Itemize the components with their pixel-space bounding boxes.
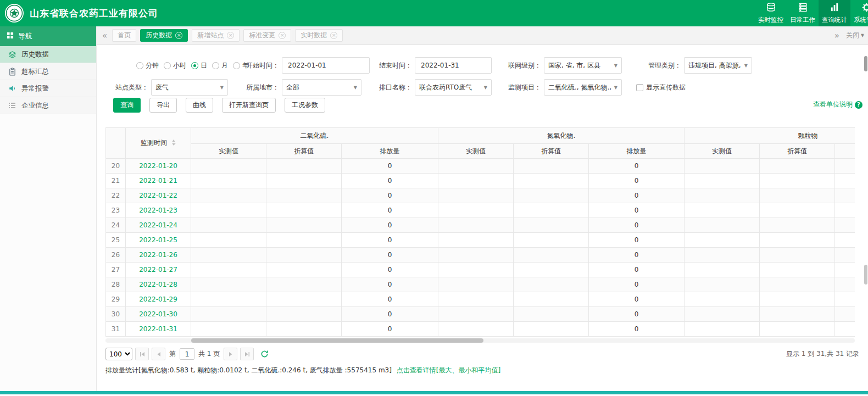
prev-page-button[interactable]	[152, 348, 165, 360]
alarm-speaker-icon	[8, 85, 16, 92]
pm-converted-cell	[760, 174, 835, 188]
start-time-input[interactable]	[282, 57, 370, 74]
vertical-scrollbar-thumb[interactable]	[864, 56, 867, 71]
row-number: 20	[106, 159, 126, 174]
period-radio-hour[interactable]: 小时	[164, 61, 186, 70]
tab-realtime-data[interactable]: 实时数据 ×	[295, 29, 343, 42]
query-button[interactable]: 查询	[113, 98, 141, 113]
open-new-query-button[interactable]: 打开新查询页	[222, 98, 276, 113]
so2-converted-cell	[266, 307, 342, 322]
pm-measured-cell	[685, 203, 760, 218]
sidebar-item-abnormal-alarm[interactable]: 异常报警	[0, 80, 96, 97]
vertical-scrollbar-thumb[interactable]	[864, 265, 867, 285]
so2-converted-cell	[266, 263, 342, 277]
stats-detail-link[interactable]: 点击查看详情[最大、最小和平均值]	[397, 366, 500, 374]
so2-emission-cell: 0	[342, 159, 438, 174]
outlet-name-select[interactable]: 联合农药RTO废气 ▼	[415, 79, 492, 96]
topnav-item-realtime-monitor[interactable]: 实时监控	[755, 0, 787, 26]
group-header-nox: 氮氧化物.	[438, 128, 685, 144]
radio-icon	[164, 62, 171, 69]
action-buttons: 查询 导出 曲线 打开新查询页 工况参数	[113, 98, 325, 113]
pm-converted-cell	[760, 203, 835, 218]
unit-help-link[interactable]: 查看单位说明 ?	[813, 100, 863, 109]
row-number-column-header	[106, 128, 126, 159]
last-page-button[interactable]	[240, 348, 254, 360]
refresh-button[interactable]	[258, 348, 271, 360]
close-tab-icon[interactable]: ×	[330, 32, 337, 39]
curve-button[interactable]: 曲线	[186, 98, 213, 113]
horizontal-scrollbar-thumb[interactable]	[191, 338, 483, 343]
nox-emission-cell: 0	[589, 159, 685, 174]
pm-converted-cell	[760, 159, 835, 174]
tab-new-site[interactable]: 新增站点 ×	[192, 29, 240, 42]
first-page-button[interactable]	[135, 348, 149, 360]
pm-converted-cell	[760, 233, 835, 248]
close-tab-icon[interactable]: ×	[175, 32, 182, 39]
time-column-header[interactable]: 监测时间	[126, 128, 191, 159]
sidebar-item-enterprise-info[interactable]: 企业信息	[0, 97, 96, 114]
monitor-date-link[interactable]: 2022-01-28	[126, 277, 191, 292]
horizontal-scrollbar[interactable]	[105, 338, 855, 343]
network-level-select[interactable]: 国家, 省, 市, 区县 ▼	[544, 57, 622, 74]
group-header-pm: 颗粒物	[685, 128, 855, 144]
close-tab-icon[interactable]: ×	[227, 32, 234, 39]
site-type-select[interactable]: 废气 ▼	[151, 79, 228, 96]
monitor-date-link[interactable]: 2022-01-29	[126, 292, 191, 307]
pm-measured-cell	[685, 233, 760, 248]
management-type-select[interactable]: 违规项目, 高架源, 重点排 ▼	[684, 57, 752, 74]
monitor-date-link[interactable]: 2022-01-22	[126, 188, 191, 203]
tab-history-data[interactable]: 历史数据 ×	[140, 29, 188, 42]
monitor-date-link[interactable]: 2022-01-21	[126, 174, 191, 188]
monitor-items-field: 监测项目： 二氧化硫., 氮氧化物., 颗粒 ▼	[508, 79, 622, 96]
monitor-date-link[interactable]: 2022-01-23	[126, 203, 191, 218]
monitor-date-link[interactable]: 2022-01-25	[126, 233, 191, 248]
page-number-input[interactable]	[180, 348, 194, 360]
monitor-items-select[interactable]: 二氧化硫., 氮氧化物., 颗粒 ▼	[544, 79, 622, 96]
city-select[interactable]: 全部 ▼	[282, 79, 361, 96]
period-radio-month[interactable]: 月	[212, 61, 228, 70]
so2-converted-cell	[266, 188, 342, 203]
monitor-date-link[interactable]: 2022-01-24	[126, 218, 191, 233]
nox-converted-cell	[514, 292, 589, 307]
monitor-date-link[interactable]: 2022-01-20	[126, 159, 191, 174]
chevron-down-icon: ▼	[614, 85, 617, 90]
so2-emission-cell: 0	[342, 248, 438, 263]
tabs-scroll-right-icon[interactable]: »	[833, 31, 841, 41]
tab-standard-change[interactable]: 标准变更 ×	[243, 29, 291, 42]
period-radio-day[interactable]: 日	[191, 61, 207, 70]
end-time-input[interactable]	[415, 57, 492, 74]
topnav-item-query-stats[interactable]: 查询统计	[819, 0, 850, 26]
monitor-date-link[interactable]: 2022-01-31	[126, 322, 191, 337]
records-summary: 显示 1 到 31,共 31 记录	[786, 349, 859, 359]
export-button[interactable]: 导出	[149, 98, 177, 113]
sort-icon[interactable]	[171, 140, 176, 146]
sidebar-item-history-data[interactable]: 历史数据	[0, 46, 96, 63]
monitor-date-link[interactable]: 2022-01-27	[126, 263, 191, 277]
close-tabs-menu[interactable]: 关闭 ▼	[846, 31, 864, 40]
next-page-button[interactable]	[224, 348, 237, 360]
monitor-date-link[interactable]: 2022-01-30	[126, 307, 191, 322]
prev-page-icon	[156, 352, 162, 357]
tabs-scroll-left-icon[interactable]: «	[101, 31, 108, 41]
so2-emission-cell: 0	[342, 233, 438, 248]
monitor-date-link[interactable]: 2022-01-26	[126, 248, 191, 263]
page-size-select[interactable]: 100	[105, 348, 132, 360]
direct-data-checkbox[interactable]: 显示直传数据	[636, 83, 686, 92]
so2-measured-cell	[191, 203, 266, 218]
condition-params-button[interactable]: 工况参数	[285, 98, 325, 113]
so2-measured-cell	[191, 322, 266, 337]
so2-measured-cell	[191, 159, 266, 174]
sidebar-item-exceedance-summary[interactable]: 超标汇总	[0, 63, 96, 80]
tab-home[interactable]: 首页	[112, 29, 136, 42]
so2-emission-cell: 0	[342, 174, 438, 188]
close-tab-icon[interactable]: ×	[279, 32, 286, 39]
so2-measured-cell	[191, 218, 266, 233]
topnav-item-system-admin[interactable]: 系统管理	[850, 0, 868, 26]
subheader-pm-emission: 排放量	[835, 144, 855, 159]
topnav-item-daily-work[interactable]: 日常工作	[787, 0, 819, 26]
start-time-field: 开始时间：	[246, 57, 370, 74]
period-radio-minute[interactable]: 分钟	[136, 61, 159, 70]
pm-converted-cell	[760, 277, 835, 292]
table-row: 25 2022-01-25 0 0	[106, 233, 855, 248]
pm-measured-cell	[685, 307, 760, 322]
